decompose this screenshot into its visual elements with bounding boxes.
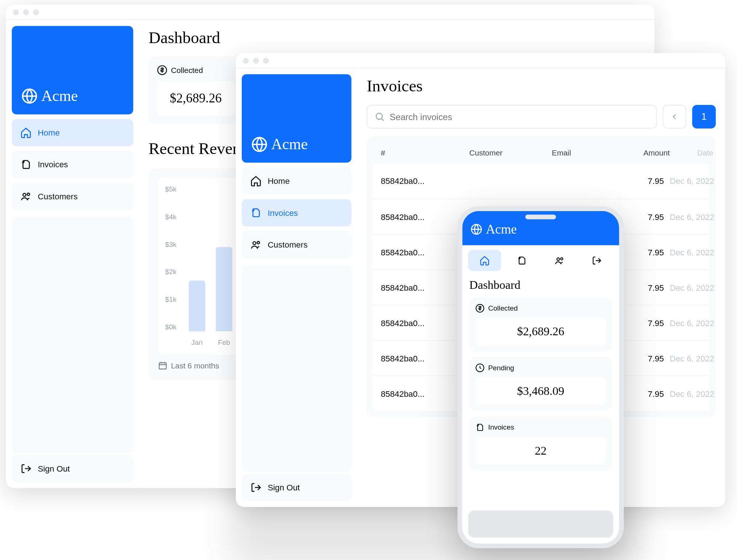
document-icon	[517, 255, 527, 266]
sidebar-item-home[interactable]: Home	[242, 167, 352, 195]
stat-label: Pending	[488, 364, 514, 372]
stat-label: Invoices	[488, 423, 514, 431]
cell-id: 85842ba0...	[381, 247, 469, 257]
signout-icon	[250, 482, 262, 493]
chart-yticks: $5k$4k$3k$2k$1k$0k	[165, 185, 177, 331]
stat-card-pending: Pending $3,468.09	[469, 357, 612, 411]
pager-prev[interactable]	[663, 105, 686, 129]
users-icon	[250, 239, 262, 251]
users-icon	[554, 255, 565, 266]
stat-value: $2,689.26	[157, 81, 235, 116]
cell-date: Dec 6, 2022	[670, 353, 725, 363]
globe-icon	[251, 136, 268, 153]
table-row[interactable]: 85842ba0...7.95Dec 6, 2022	[373, 163, 710, 199]
pager-page-1[interactable]: 1	[692, 105, 716, 129]
stat-card-invoices: Invoices 22	[469, 417, 612, 470]
signout-icon	[591, 255, 602, 266]
users-icon	[20, 190, 32, 202]
col-date: Date	[670, 148, 725, 157]
nav-label: Invoices	[268, 208, 298, 218]
stat-card-collected: Collected $2,689.26	[149, 57, 243, 124]
mobile-window: Acme Dashboard Collected $2,689.26 Pendi…	[458, 206, 624, 548]
brand-logo: Acme	[242, 74, 352, 163]
chart-xlabel: Jan	[189, 338, 205, 346]
chart-xlabel: Feb	[216, 338, 233, 346]
col-customer: Customer	[469, 148, 552, 157]
page-title: Dashboard	[149, 28, 645, 47]
col-id: #	[381, 148, 469, 157]
tab-invoices[interactable]	[506, 250, 538, 271]
document-icon	[250, 207, 262, 219]
cell-date: Dec 6, 2022	[670, 212, 725, 221]
clock-icon	[475, 363, 485, 373]
cell-id: 85842ba0...	[381, 353, 469, 363]
phone-notch	[525, 214, 556, 219]
cell-date: Dec 6, 2022	[670, 176, 725, 186]
nav-label: Home	[268, 176, 290, 186]
brand-logo: Acme	[12, 26, 133, 114]
window-chrome	[6, 5, 654, 20]
cell-id: 85842ba0...	[381, 389, 469, 398]
chart-xlabels: JanFeb	[189, 338, 232, 346]
chart-bars	[189, 191, 232, 331]
globe-icon	[21, 88, 38, 104]
nav-label: Customers	[38, 192, 77, 201]
tab-signout[interactable]	[580, 250, 613, 271]
search-icon	[374, 111, 385, 122]
cell-amount: 7.95	[623, 283, 670, 292]
signout-icon	[20, 463, 32, 475]
chart-bar	[189, 281, 205, 331]
search-input-wrap[interactable]	[367, 105, 657, 129]
stat-card-collected: Collected $2,689.26	[469, 298, 612, 351]
money-icon	[157, 65, 168, 76]
nav-label: Invoices	[38, 160, 68, 169]
cell-date: Dec 6, 2022	[670, 318, 725, 328]
phone-home-bar	[468, 511, 613, 538]
cell-amount: 7.95	[623, 389, 670, 398]
cell-amount: 7.95	[623, 318, 670, 328]
sidebar-item-home[interactable]: Home	[12, 119, 133, 146]
cell-id: 85842ba0...	[381, 283, 469, 292]
page-title: Invoices	[367, 77, 716, 95]
cell-amount: 7.95	[623, 212, 670, 221]
stat-label: Collected	[171, 66, 203, 74]
brand-name: Acme	[271, 136, 308, 153]
revenue-chart-panel: $5k$4k$3k$2k$1k$0k JanFeb Last 6 months	[149, 169, 249, 380]
tab-home[interactable]	[468, 250, 501, 271]
money-icon	[475, 304, 485, 313]
sidebar: Acme Home Invoices Customers Sign Out	[236, 69, 357, 507]
chart-legend: Last 6 months	[171, 361, 219, 370]
cell-date: Dec 6, 2022	[670, 247, 725, 257]
sidebar: Acme Home Invoices Customers Sign Out	[6, 20, 139, 488]
sidebar-item-invoices[interactable]: Invoices	[242, 199, 352, 227]
window-chrome	[236, 53, 725, 69]
home-icon	[250, 175, 262, 187]
cell-id: 85842ba0...	[381, 318, 469, 328]
search-input[interactable]	[390, 112, 649, 122]
signout-button[interactable]: Sign Out	[12, 455, 133, 482]
calendar-icon	[158, 361, 168, 370]
nav-label: Customers	[268, 240, 307, 249]
cell-id: 85842ba0...	[381, 212, 469, 221]
sidebar-item-invoices[interactable]: Invoices	[12, 151, 133, 178]
sidebar-item-customers[interactable]: Customers	[242, 231, 352, 258]
cell-date: Dec 6, 2022	[670, 389, 725, 398]
signout-label: Sign Out	[268, 483, 300, 492]
brand-name: Acme	[486, 222, 517, 237]
cell-date: Dec 6, 2022	[670, 283, 725, 292]
document-icon	[20, 158, 32, 170]
tab-customers[interactable]	[543, 250, 576, 271]
signout-label: Sign Out	[38, 464, 70, 473]
cell-amount: 7.95	[623, 353, 670, 363]
col-email: Email	[552, 148, 623, 157]
page-title: Dashboard	[469, 278, 612, 292]
globe-icon	[471, 223, 482, 235]
stat-value: $3,468.09	[475, 377, 606, 405]
sidebar-item-customers[interactable]: Customers	[12, 183, 133, 210]
chevron-left-icon	[670, 112, 680, 122]
home-icon	[479, 255, 490, 266]
stat-value: 22	[475, 437, 606, 465]
signout-button[interactable]: Sign Out	[242, 474, 352, 501]
document-icon	[475, 423, 485, 432]
chart-bar	[216, 247, 233, 331]
